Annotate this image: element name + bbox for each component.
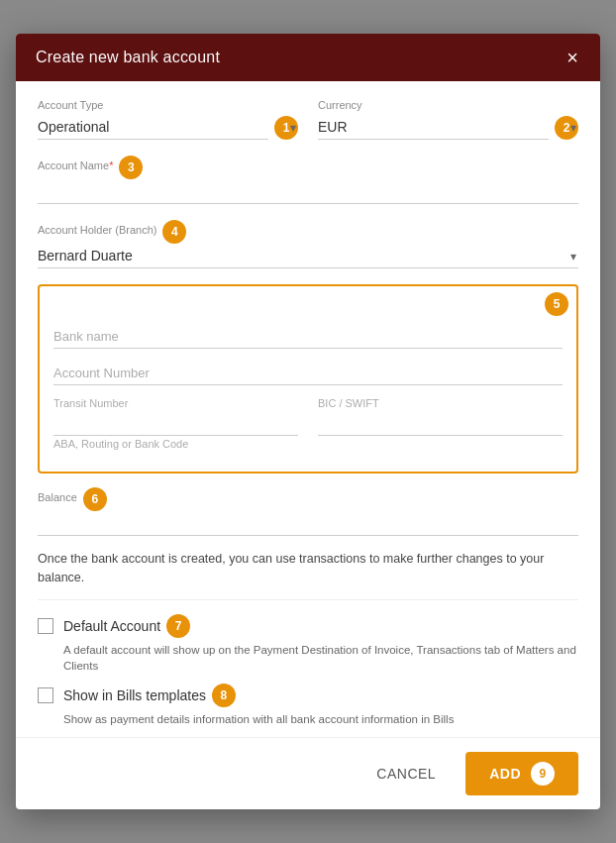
- account-name-input[interactable]: [38, 179, 578, 204]
- create-bank-account-modal: Create new bank account × Account Type O…: [16, 34, 600, 809]
- currency-badge: 2: [555, 116, 578, 140]
- account-holder-badge: 4: [162, 220, 186, 244]
- bic-swift-input[interactable]: [318, 411, 563, 436]
- show-in-bills-section: Show in Bills templates 8 Show as paymen…: [38, 684, 578, 727]
- show-in-bills-description: Show as payment details information with…: [63, 711, 578, 727]
- show-in-bills-checkbox-row: Show in Bills templates 8: [38, 684, 578, 707]
- modal-footer: CANCEL ADD 9: [16, 737, 600, 809]
- transit-number-label: Transit Number: [53, 397, 298, 409]
- account-type-select[interactable]: Operational Trust Other: [38, 115, 268, 140]
- account-name-label: Account Name*: [38, 159, 113, 171]
- default-account-description: A default account will show up on the Pa…: [63, 642, 578, 674]
- modal-header: Create new bank account ×: [16, 34, 600, 81]
- show-in-bills-label-wrapper: Show in Bills templates 8: [63, 684, 236, 707]
- modal-title: Create new bank account: [36, 49, 220, 66]
- account-type-group: Account Type Operational Trust Other 1 ▾: [38, 99, 298, 140]
- account-name-label-row: Account Name* 3: [38, 156, 578, 179]
- bic-swift-group: BIC / SWIFT: [318, 397, 563, 462]
- default-account-label: Default Account: [63, 618, 160, 634]
- balance-label: Balance: [38, 491, 77, 503]
- bank-section-badge: 5: [545, 292, 568, 316]
- account-name-badge: 3: [119, 156, 143, 179]
- show-in-bills-label: Show in Bills templates: [63, 687, 206, 703]
- default-account-badge: 7: [166, 614, 190, 638]
- transit-number-group: Transit Number ABA, Routing or Bank Code: [53, 397, 298, 450]
- account-holder-label: Account Holder (Branch): [38, 224, 156, 236]
- bank-section-badge-row: 5: [53, 300, 563, 316]
- account-holder-label-row: Account Holder (Branch) 4: [38, 220, 578, 244]
- show-in-bills-checkbox[interactable]: [38, 687, 53, 703]
- transit-number-input[interactable]: [53, 411, 298, 436]
- account-holder-group: Account Holder (Branch) 4 Bernard Duarte…: [38, 220, 578, 268]
- account-number-group: [53, 361, 563, 385]
- bic-swift-label: BIC / SWIFT: [318, 397, 563, 409]
- account-name-group: Account Name* 3: [38, 156, 578, 204]
- currency-select-wrapper: EUR USD GBP 2 ▾: [318, 115, 578, 140]
- account-holder-select-wrapper: Bernard Duarte ▾: [38, 244, 578, 268]
- required-asterisk: *: [109, 159, 113, 171]
- currency-select[interactable]: EUR USD GBP: [318, 115, 549, 140]
- account-type-badge: 1: [274, 116, 298, 140]
- balance-label-row: Balance 6: [38, 487, 578, 511]
- currency-label: Currency: [318, 99, 578, 111]
- cancel-button[interactable]: CANCEL: [357, 756, 456, 791]
- transit-number-sublabel: ABA, Routing or Bank Code: [53, 438, 298, 450]
- default-account-checkbox-row: Default Account 7: [38, 614, 578, 638]
- balance-input[interactable]: [38, 511, 578, 536]
- show-in-bills-badge: 8: [212, 684, 236, 707]
- account-type-currency-row: Account Type Operational Trust Other 1 ▾…: [38, 99, 578, 140]
- account-holder-select[interactable]: Bernard Duarte: [38, 244, 578, 268]
- add-button-label: ADD: [489, 766, 521, 782]
- account-number-input[interactable]: [53, 361, 563, 385]
- balance-note: Once the bank account is created, you ca…: [38, 550, 578, 600]
- transit-bic-row: Transit Number ABA, Routing or Bank Code…: [53, 397, 563, 462]
- modal-body: Account Type Operational Trust Other 1 ▾…: [16, 81, 600, 737]
- add-button[interactable]: ADD 9: [465, 752, 578, 795]
- account-type-select-wrapper: Operational Trust Other 1 ▾: [38, 115, 298, 140]
- default-account-label-wrapper: Default Account 7: [63, 614, 190, 638]
- add-button-badge: 9: [531, 762, 555, 786]
- balance-badge: 6: [83, 487, 107, 511]
- currency-group: Currency EUR USD GBP 2 ▾: [318, 99, 578, 140]
- balance-group: Balance 6: [38, 487, 578, 536]
- default-account-checkbox[interactable]: [38, 618, 53, 634]
- close-button[interactable]: ×: [565, 48, 580, 67]
- default-account-section: Default Account 7 A default account will…: [38, 614, 578, 674]
- bank-name-input[interactable]: [53, 324, 563, 349]
- bank-details-section: 5 Transit Number ABA, Routing or Bank Co…: [38, 284, 578, 474]
- account-type-label: Account Type: [38, 99, 298, 111]
- bank-name-group: [53, 324, 563, 349]
